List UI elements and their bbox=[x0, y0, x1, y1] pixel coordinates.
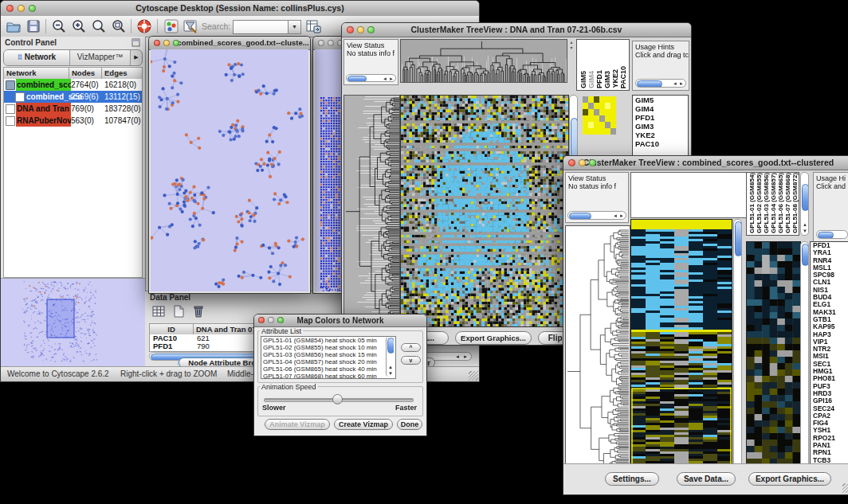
window-resize-grip[interactable] bbox=[842, 483, 848, 493]
move-up-button[interactable]: ^ bbox=[401, 343, 421, 352]
window-resize-grip[interactable] bbox=[469, 371, 478, 381]
zoom-window-button[interactable] bbox=[277, 317, 284, 323]
tv1-column-dendrogram[interactable] bbox=[400, 39, 567, 83]
help-lifering-icon[interactable] bbox=[136, 18, 152, 34]
minimize-button[interactable] bbox=[328, 40, 334, 46]
dialog-titlebar[interactable]: Map Colors to Network bbox=[254, 315, 426, 327]
tv1-heatmap[interactable] bbox=[400, 95, 569, 327]
attribute-list-vscrollbar[interactable]: ▲ ▼ bbox=[386, 337, 394, 377]
create-vizmap-button[interactable]: Create Vizmap bbox=[334, 419, 393, 430]
float-panel-icon[interactable] bbox=[132, 38, 140, 47]
scroll-right-arrow[interactable]: ► bbox=[463, 354, 468, 359]
col-header-edges[interactable]: Edges bbox=[102, 68, 142, 79]
close-button[interactable] bbox=[6, 5, 14, 12]
scroll-left-arrow[interactable]: ◄ bbox=[383, 76, 387, 81]
close-button[interactable] bbox=[568, 159, 575, 166]
tab-network[interactable]: ⠿ Network bbox=[4, 50, 70, 65]
network-row[interactable]: DNA and Tran 07769(0)183728(0) bbox=[4, 103, 142, 115]
main-titlebar[interactable]: Cytoscape Desktop (Session Name: collins… bbox=[1, 1, 479, 17]
attribute-item[interactable]: GPL51-04 (GSM857) heat shock 20 min bbox=[261, 358, 395, 365]
table-grid-icon[interactable] bbox=[151, 304, 166, 318]
filter-edit-icon[interactable] bbox=[183, 18, 198, 34]
speed-slider-thumb[interactable] bbox=[332, 394, 343, 404]
network-row[interactable]: combined_scores_2764(0)16218(0) bbox=[4, 79, 142, 91]
tv1-usage-hscrollbar[interactable]: ◄ ► bbox=[635, 79, 686, 88]
scroll-up-arrow[interactable]: ▲ bbox=[388, 365, 393, 369]
move-down-button[interactable]: v bbox=[401, 356, 421, 365]
zoom-selected-icon[interactable] bbox=[111, 18, 127, 34]
minimize-button[interactable] bbox=[579, 159, 586, 166]
search-dropdown-button[interactable]: ▼ bbox=[288, 20, 301, 34]
save-icon[interactable] bbox=[26, 18, 41, 34]
scroll-right-arrow[interactable]: ► bbox=[679, 81, 684, 86]
attribute-item[interactable]: GPL51-07 (GSM868) heat shock 60 min bbox=[261, 373, 395, 379]
animate-vizmap-button[interactable]: Animate Vizmap bbox=[265, 419, 330, 430]
zoom-window-button[interactable] bbox=[29, 5, 36, 12]
scroll-up-arrow[interactable]: ▲ bbox=[803, 222, 807, 227]
network-row[interactable]: combined_sco2569(6)13112(15) bbox=[4, 91, 142, 103]
scroll-down-arrow[interactable]: ▼ bbox=[803, 229, 807, 233]
tv2-status-hscrollbar[interactable]: ◄ ► bbox=[567, 211, 626, 220]
tv2-collabel-vscrollbar[interactable]: ▲ ▼ bbox=[800, 172, 809, 236]
minimize-button[interactable] bbox=[18, 5, 25, 12]
attribute-item[interactable]: GPL51-06 (GSM865) heat shock 40 min bbox=[261, 365, 395, 373]
minimize-button[interactable] bbox=[163, 40, 170, 46]
treeview1-titlebar[interactable]: ClusterMaker TreeView : DNA and Tran 07-… bbox=[342, 23, 691, 37]
tab-overflow-arrow[interactable]: ▶ bbox=[130, 50, 142, 65]
tv2-genelist-vscrollbar[interactable]: ▲ ▼ bbox=[800, 241, 809, 479]
close-button[interactable] bbox=[347, 26, 354, 33]
close-button[interactable] bbox=[154, 40, 160, 46]
tv2-zoom-heatmap[interactable] bbox=[746, 241, 801, 479]
done-button[interactable]: Done bbox=[397, 419, 422, 430]
search-input[interactable] bbox=[233, 20, 292, 34]
tv2-export-graphics-button[interactable]: Export Graphics... bbox=[748, 472, 831, 486]
tv1-row-dendrogram[interactable] bbox=[344, 95, 400, 327]
gene-label[interactable]: GIM5 bbox=[633, 96, 688, 104]
zoom-out-icon[interactable] bbox=[51, 18, 67, 34]
zoom-window-button[interactable] bbox=[173, 40, 179, 46]
tv1-dendro-arrows[interactable]: ▴▾ bbox=[568, 39, 575, 81]
new-file-icon[interactable] bbox=[171, 304, 186, 318]
col-header-network[interactable]: Network bbox=[4, 68, 69, 79]
tv2-column-dendrogram-area[interactable] bbox=[630, 172, 747, 218]
birdseye-view[interactable] bbox=[1, 278, 145, 367]
trash-icon[interactable] bbox=[191, 303, 206, 318]
tv2-gene-list[interactable]: PFD1YRA1RNR4MSL1SPC98CLN1NIS1BUD4ELG1MAK… bbox=[810, 241, 848, 479]
attribute-item[interactable]: GPL51-02 (GSM855) heat shock 10 min bbox=[261, 344, 395, 351]
tv2-heatmap-vscrollbar[interactable]: ▲ ▼ bbox=[733, 219, 742, 479]
minimize-button[interactable] bbox=[268, 317, 274, 323]
gene-label[interactable]: PFD1 bbox=[633, 113, 688, 122]
tv2-usage-hscrollbar[interactable] bbox=[816, 230, 848, 239]
zoom-window-button[interactable] bbox=[589, 159, 596, 166]
network-row[interactable]: RNAPuberNov2+|563(0)107847(0) bbox=[4, 115, 142, 127]
vizmapper-icon[interactable] bbox=[163, 18, 179, 34]
zoom-in-icon[interactable] bbox=[71, 18, 87, 34]
gene-label[interactable]: YKE2 bbox=[633, 131, 688, 139]
gene-label[interactable]: GIM3 bbox=[633, 122, 688, 131]
open-folder-icon[interactable] bbox=[6, 18, 22, 34]
close-button[interactable] bbox=[318, 40, 324, 46]
close-button[interactable] bbox=[258, 317, 265, 323]
attribute-item[interactable]: GPL51-03 (GSM856) heat shock 15 min bbox=[261, 351, 395, 358]
scroll-right-arrow[interactable]: ► bbox=[619, 213, 624, 218]
import-table-icon[interactable] bbox=[305, 18, 321, 34]
tv1-export-graphics-button[interactable]: Export Graphics... bbox=[455, 331, 532, 345]
zoom-fit-icon[interactable] bbox=[91, 18, 107, 34]
tv1-summary-heatmap[interactable] bbox=[583, 96, 616, 135]
attribute-listbox[interactable]: GPL51-01 (GSM854) heat shock 05 minGPL51… bbox=[261, 336, 396, 379]
scroll-left-arrow[interactable]: ◄ bbox=[455, 354, 460, 359]
attribute-item[interactable]: GPL51-01 (GSM854) heat shock 05 min bbox=[261, 337, 395, 344]
col-header-nodes[interactable]: Nodes bbox=[69, 68, 102, 79]
tv1-status-hscrollbar[interactable]: ◄ ► bbox=[346, 74, 396, 82]
scroll-right-arrow[interactable]: ► bbox=[389, 76, 394, 81]
tv2-settings-button[interactable]: Settings... bbox=[605, 472, 659, 486]
gene-label[interactable]: GIM4 bbox=[633, 104, 688, 113]
network-canvas[interactable] bbox=[151, 49, 308, 291]
gene-label[interactable]: PAC10 bbox=[633, 139, 688, 148]
tv2-save-data-button[interactable]: Save Data... bbox=[677, 472, 736, 486]
tv2-row-dendrogram[interactable] bbox=[565, 225, 630, 479]
treeview2-titlebar[interactable]: ClusterMaker TreeView : combined_scores_… bbox=[563, 156, 848, 170]
tab-vizmapper[interactable]: VizMapper™ bbox=[70, 50, 130, 65]
minimize-button[interactable] bbox=[357, 26, 364, 33]
network-window-titlebar[interactable]: combined_scores_good.txt--cluste... bbox=[149, 37, 310, 50]
